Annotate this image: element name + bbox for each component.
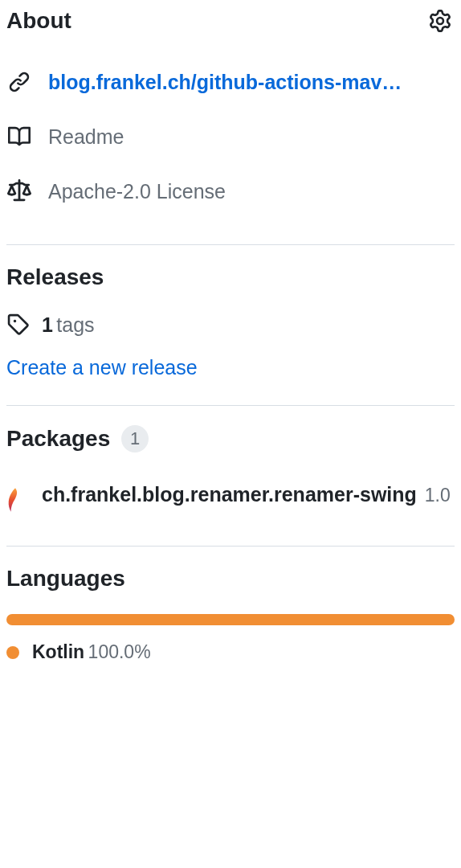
language-dot <box>6 646 19 659</box>
languages-title: Languages <box>6 566 125 592</box>
feather-icon <box>6 488 26 515</box>
tag-icon <box>6 313 31 337</box>
tag-label: tags <box>56 313 94 336</box>
about-title: About <box>6 8 71 34</box>
packages-title: Packages <box>6 426 110 452</box>
language-name: Kotlin <box>32 641 84 662</box>
languages-section: Languages Kotlin 100.0% <box>6 546 455 682</box>
packages-count-badge: 1 <box>121 425 149 452</box>
website-link-row[interactable]: blog.frankel.ch/github-actions-mav… <box>6 55 455 109</box>
settings-button[interactable] <box>426 6 455 35</box>
create-release-link[interactable]: Create a new release <box>6 356 198 379</box>
packages-section: Packages 1 ch.frankel.blog.renamer.renam… <box>6 405 455 539</box>
gear-icon <box>429 10 451 32</box>
law-icon <box>6 178 32 204</box>
releases-title: Releases <box>6 264 104 290</box>
license-label: Apache-2.0 License <box>48 180 226 203</box>
website-link[interactable]: blog.frankel.ch/github-actions-mav… <box>48 71 402 94</box>
readme-row[interactable]: Readme <box>6 109 455 164</box>
package-version: 1.0 <box>425 485 451 506</box>
book-icon <box>6 124 32 149</box>
language-percent: 100.0% <box>88 641 151 662</box>
releases-section: Releases 1 tags Create a new release <box>6 244 455 399</box>
license-row[interactable]: Apache-2.0 License <box>6 164 455 219</box>
tags-row[interactable]: 1 tags <box>6 309 455 356</box>
language-fill-kotlin <box>6 614 455 625</box>
package-item[interactable]: ch.frankel.blog.renamer.renamer-swing1.0 <box>6 475 455 520</box>
tag-count: 1 <box>42 313 53 336</box>
language-bar <box>6 614 455 625</box>
language-item[interactable]: Kotlin 100.0% <box>6 641 455 663</box>
readme-label: Readme <box>48 125 124 149</box>
link-icon <box>6 69 32 95</box>
about-section: About blog.frankel.ch/github-actions-mav… <box>6 6 455 238</box>
package-name: ch.frankel.blog.renamer.renamer-swing <box>42 483 417 506</box>
